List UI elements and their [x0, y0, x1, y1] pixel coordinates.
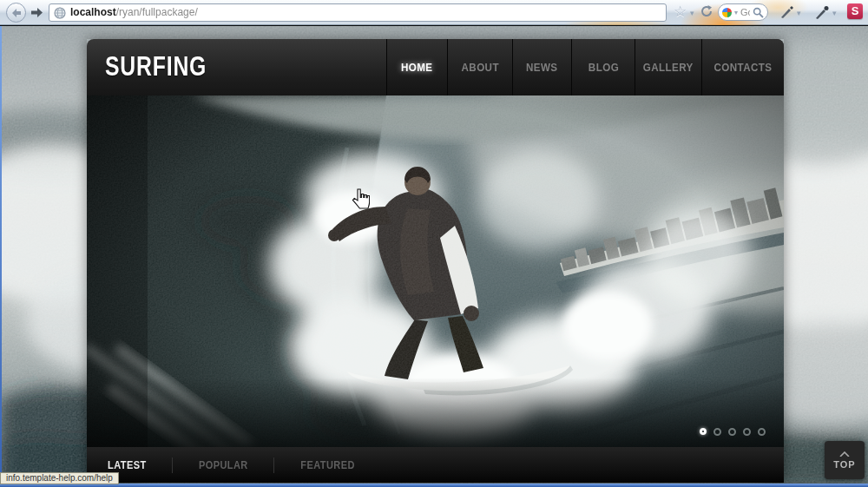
- tab-featured[interactable]: FEATURED: [274, 459, 381, 471]
- snapshot-tool-chevron-icon[interactable]: ▾: [797, 9, 801, 17]
- google-logo-icon: [722, 8, 732, 17]
- address-bar[interactable]: localhost/ryan/fullpackage/: [49, 3, 667, 22]
- menu-item-gallery[interactable]: GALLERY: [635, 39, 701, 95]
- hero-slider[interactable]: [87, 95, 784, 447]
- tab-popular[interactable]: POPULAR: [173, 459, 274, 471]
- s-badge-icon[interactable]: S: [847, 3, 863, 19]
- forward-button[interactable]: [27, 3, 47, 23]
- refresh-button[interactable]: [700, 4, 713, 22]
- browser-toolbar: localhost/ryan/fullpackage/ ☆ ▾ ▾ Goo: [0, 0, 868, 25]
- favorites-star-icon[interactable]: ☆: [674, 3, 687, 21]
- slider-dot-1[interactable]: [700, 428, 707, 435]
- slider-dot-5[interactable]: [758, 428, 766, 436]
- site-header: SURFING HOME ABOUT NEWS BLOG GALLERY CON…: [87, 39, 784, 95]
- highlighter-tool-button[interactable]: [815, 5, 830, 23]
- slider-dot-4[interactable]: [743, 428, 751, 436]
- slider-dot-2[interactable]: [713, 428, 721, 436]
- menu-item-home[interactable]: HOME: [386, 39, 447, 95]
- menu-item-about[interactable]: ABOUT: [447, 39, 512, 95]
- refresh-icon: [700, 4, 713, 18]
- search-input[interactable]: Goo: [740, 7, 750, 17]
- page-viewport: SURFING HOME ABOUT NEWS BLOG GALLERY CON…: [0, 26, 868, 487]
- magnifier-icon[interactable]: [753, 7, 764, 18]
- pen-tool-icon: [779, 5, 794, 19]
- favorites-chevron-down-icon[interactable]: ▾: [690, 9, 694, 17]
- search-box[interactable]: ▾ Goo: [718, 3, 768, 21]
- tab-latest[interactable]: LATEST: [87, 459, 172, 471]
- pen-tool-icon: [815, 5, 830, 19]
- status-link-preview: info.template-help.com/help: [0, 472, 119, 484]
- highlighter-tool-chevron-icon[interactable]: ▾: [832, 9, 837, 17]
- back-to-top-label: TOP: [833, 459, 855, 470]
- search-engine-chevron-icon[interactable]: ▾: [734, 9, 738, 16]
- back-button[interactable]: [6, 3, 26, 23]
- content-tabs: LATEST POPULAR FEATURED: [87, 447, 784, 483]
- chevron-up-icon: [839, 451, 850, 457]
- main-menu: HOME ABOUT NEWS BLOG GALLERY CONTACTS: [386, 39, 784, 95]
- menu-item-blog[interactable]: BLOG: [571, 39, 635, 95]
- hero-surfer-image: [87, 95, 784, 447]
- url-host: localhost: [70, 6, 116, 18]
- site-container: SURFING HOME ABOUT NEWS BLOG GALLERY CON…: [87, 39, 784, 483]
- window-border-left: [0, 26, 2, 484]
- forward-arrow-icon: [30, 7, 43, 18]
- url-path: /ryan/fullpackage/: [116, 6, 198, 18]
- menu-item-contacts[interactable]: CONTACTS: [701, 39, 784, 95]
- back-arrow-icon: [10, 8, 23, 18]
- slider-pagination: [700, 428, 766, 436]
- menu-item-news[interactable]: NEWS: [512, 39, 571, 95]
- site-logo[interactable]: SURFING: [105, 51, 207, 82]
- browser-window: localhost/ryan/fullpackage/ ☆ ▾ ▾ Goo: [0, 0, 868, 487]
- globe-icon: [54, 7, 66, 19]
- snapshot-tool-button[interactable]: [779, 5, 794, 23]
- slider-dot-3[interactable]: [728, 428, 736, 436]
- back-to-top-button[interactable]: TOP: [825, 441, 865, 479]
- window-border-bottom: [0, 484, 868, 487]
